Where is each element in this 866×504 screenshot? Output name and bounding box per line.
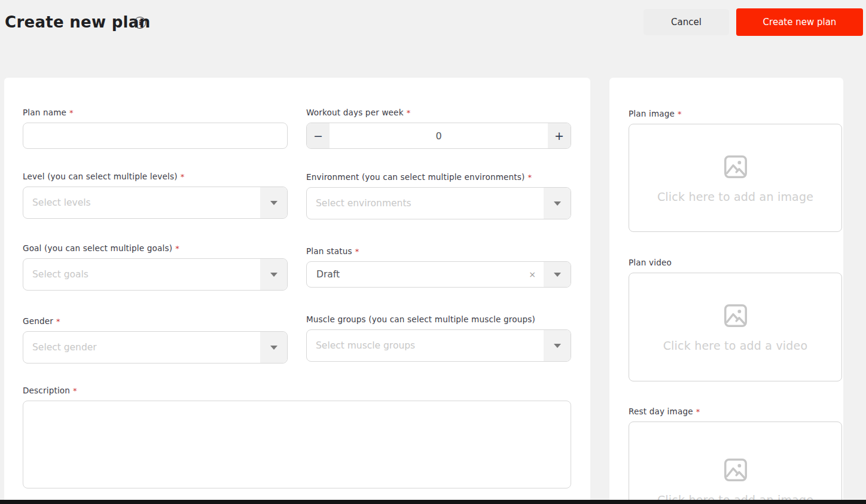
create-new-plan-button[interactable]: Create new plan bbox=[736, 8, 863, 36]
muscle-groups-select[interactable]: Select muscle groups bbox=[306, 329, 571, 362]
environment-label: Environment (you can select multiple env… bbox=[306, 172, 571, 182]
goal-placeholder: Select goals bbox=[23, 269, 89, 280]
chevron-down-icon bbox=[554, 201, 561, 206]
chevron-down-icon bbox=[554, 273, 561, 277]
cancel-button[interactable]: Cancel bbox=[644, 9, 729, 35]
required-asterisk: * bbox=[69, 108, 74, 117]
plan-name-label: Plan name* bbox=[23, 108, 288, 117]
page-title: Create new plan bbox=[5, 13, 151, 31]
field-environment: Environment (you can select multiple env… bbox=[306, 172, 571, 219]
decrement-button[interactable]: − bbox=[307, 123, 330, 148]
muscle-groups-placeholder: Select muscle groups bbox=[307, 340, 415, 351]
chevron-down-icon bbox=[554, 344, 561, 348]
field-plan-video: Plan video Click here to add a video bbox=[629, 258, 842, 381]
level-label: Level (you can select multiple levels)* bbox=[23, 172, 288, 181]
required-asterisk: * bbox=[56, 317, 60, 326]
level-select[interactable]: Select levels bbox=[23, 187, 288, 219]
plan-status-label: Plan status* bbox=[306, 246, 571, 256]
goal-label: Goal (you can select multiple goals)* bbox=[23, 243, 288, 253]
gender-label: Gender* bbox=[23, 316, 288, 326]
select-caret-box[interactable] bbox=[544, 188, 571, 219]
plan-video-cta: Click here to add a video bbox=[663, 339, 808, 352]
select-caret-box[interactable] bbox=[260, 259, 287, 290]
gender-select[interactable]: Select gender bbox=[23, 331, 288, 364]
rest-day-image-label: Rest day image* bbox=[629, 407, 842, 416]
required-asterisk: * bbox=[407, 108, 411, 117]
field-description: Description* bbox=[23, 386, 571, 491]
description-label: Description* bbox=[23, 386, 571, 395]
image-icon bbox=[722, 302, 749, 329]
chevron-down-icon bbox=[270, 273, 278, 277]
rest-day-image-cta: Click here to add an image bbox=[657, 493, 813, 500]
plan-status-select[interactable]: Draft × bbox=[306, 261, 571, 288]
workout-days-stepper: − 0 + bbox=[306, 123, 571, 149]
field-workout-days: Workout days per week* − 0 + bbox=[306, 108, 571, 149]
plan-name-input[interactable] bbox=[23, 123, 288, 149]
image-icon bbox=[722, 153, 749, 181]
window-bottom-edge bbox=[0, 500, 866, 504]
select-caret-box[interactable] bbox=[544, 330, 571, 361]
select-caret-box[interactable] bbox=[544, 262, 571, 287]
goal-select[interactable]: Select goals bbox=[23, 258, 288, 291]
required-asterisk: * bbox=[73, 386, 77, 395]
field-rest-day-image: Rest day image* Click here to add an ima… bbox=[629, 407, 842, 500]
field-plan-image: Plan image* Click here to add an image bbox=[629, 109, 842, 232]
plan-media-card: Plan image* Click here to add an image P… bbox=[609, 78, 843, 500]
image-icon bbox=[722, 456, 749, 484]
field-plan-status: Plan status* Draft × bbox=[306, 246, 571, 288]
level-placeholder: Select levels bbox=[23, 197, 91, 208]
field-level: Level (you can select multiple levels)* … bbox=[23, 172, 288, 219]
environment-placeholder: Select environments bbox=[307, 198, 411, 209]
select-caret-box[interactable] bbox=[260, 187, 287, 218]
required-asterisk: * bbox=[355, 247, 359, 256]
chevron-down-icon bbox=[270, 201, 278, 205]
plan-video-upload[interactable]: Click here to add a video bbox=[629, 273, 842, 381]
chevron-down-icon bbox=[270, 346, 278, 350]
clear-icon[interactable]: × bbox=[529, 270, 536, 279]
required-asterisk: * bbox=[696, 407, 700, 416]
required-asterisk: * bbox=[175, 244, 179, 253]
select-caret-box[interactable] bbox=[260, 332, 287, 363]
environment-select[interactable]: Select environments bbox=[306, 187, 571, 219]
plan-status-value: Draft bbox=[307, 269, 340, 280]
required-asterisk: * bbox=[181, 172, 185, 181]
workout-days-value[interactable]: 0 bbox=[330, 123, 548, 148]
plan-form-card: Plan name* Level (you can select multipl… bbox=[4, 78, 590, 500]
muscle-groups-label: Muscle groups (you can select multiple m… bbox=[306, 314, 571, 324]
rest-day-image-upload[interactable]: Click here to add an image bbox=[629, 421, 842, 500]
workout-days-label: Workout days per week* bbox=[306, 108, 571, 117]
field-muscle-groups: Muscle groups (you can select multiple m… bbox=[306, 314, 571, 362]
field-plan-name: Plan name* bbox=[23, 108, 288, 149]
info-icon[interactable]: i bbox=[134, 17, 146, 29]
gender-placeholder: Select gender bbox=[23, 342, 97, 353]
plan-image-cta: Click here to add an image bbox=[657, 190, 813, 203]
field-gender: Gender* Select gender bbox=[23, 316, 288, 364]
increment-button[interactable]: + bbox=[548, 123, 571, 148]
plan-image-label: Plan image* bbox=[629, 109, 842, 118]
field-goal: Goal (you can select multiple goals)* Se… bbox=[23, 243, 288, 291]
required-asterisk: * bbox=[678, 109, 682, 118]
required-asterisk: * bbox=[528, 173, 532, 182]
plan-image-upload[interactable]: Click here to add an image bbox=[629, 124, 842, 232]
plan-video-label: Plan video bbox=[629, 258, 842, 267]
description-textarea[interactable] bbox=[23, 401, 571, 488]
